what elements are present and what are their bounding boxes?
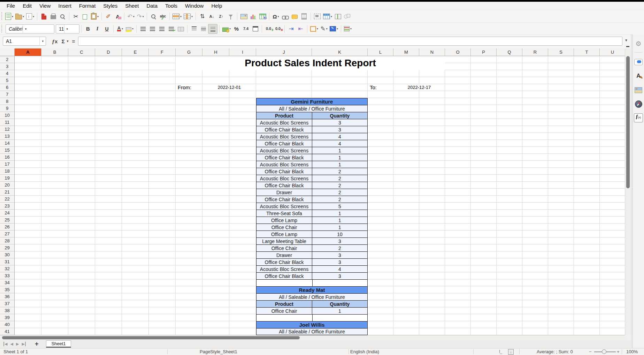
horizontal-scrollbar-thumb[interactable] — [2, 336, 300, 339]
column-header-O[interactable]: O — [445, 48, 471, 56]
italic-button[interactable]: I — [93, 24, 102, 34]
quantity-cell[interactable]: 2 — [312, 245, 367, 251]
border-color-dropdown-arrow[interactable]: ▾ — [337, 27, 338, 30]
sidebar-gallery[interactable] — [634, 85, 643, 95]
row-header-29[interactable]: 29 — [0, 244, 15, 251]
font-size-dropdown-arrow[interactable]: ▾ — [64, 25, 70, 33]
column-header-B[interactable]: B — [41, 48, 68, 56]
border-style-button[interactable]: ✎▾ — [319, 24, 329, 34]
row-header-9[interactable]: 9 — [0, 105, 15, 112]
menu-window[interactable]: Window — [181, 3, 207, 9]
autofilter-button[interactable] — [226, 12, 235, 21]
product-cell[interactable]: Acoustic Bloc Screens — [256, 175, 312, 182]
previous-sheet-button[interactable]: ◀ — [10, 342, 13, 346]
export-pdf-button[interactable] — [39, 12, 48, 21]
toolbar-drag-handle[interactable] — [1, 12, 3, 21]
quantity-cell[interactable]: 2 — [312, 182, 367, 189]
vertical-split-handle[interactable] — [626, 46, 629, 47]
align-bottom-button[interactable] — [208, 24, 217, 34]
row-header-33[interactable]: 33 — [0, 272, 15, 279]
quantity-cell[interactable]: 2 — [312, 196, 367, 203]
row-header-40[interactable]: 40 — [0, 321, 15, 328]
percent-format-button[interactable]: % — [232, 24, 241, 34]
next-sheet-button[interactable]: ▶ — [16, 342, 19, 346]
product-cell[interactable]: Office Chair Black — [256, 140, 312, 147]
sidebar-navigator[interactable] — [634, 99, 643, 108]
column-header-product[interactable]: Product — [256, 112, 312, 119]
row-header-8[interactable]: 8 — [0, 98, 15, 105]
row-header-18[interactable]: 18 — [0, 168, 15, 175]
quantity-cell[interactable]: 2 — [312, 168, 367, 175]
quantity-cell[interactable]: 1 — [312, 154, 367, 161]
row-header-32[interactable]: 32 — [0, 265, 15, 272]
selection-summary[interactable]: Average: ; Sum: 0 — [537, 349, 573, 354]
zoom-in-button[interactable]: + — [617, 349, 620, 354]
increase-indent-button[interactable]: ⇥ — [286, 24, 296, 34]
cut-button[interactable]: ✂ — [71, 12, 80, 21]
align-right-button[interactable] — [157, 24, 167, 34]
show-draw-functions-button[interactable] — [343, 12, 352, 21]
border-style-dropdown-arrow[interactable]: ▾ — [326, 27, 328, 30]
row-header-36[interactable]: 36 — [0, 293, 15, 300]
decrease-indent-button[interactable]: ⇤ — [296, 24, 305, 34]
open-button[interactable]: ▾ — [14, 12, 25, 21]
pivot-table-button[interactable] — [258, 12, 267, 21]
print-button[interactable] — [48, 12, 58, 21]
select-all-corner[interactable] — [0, 48, 15, 56]
formula-button[interactable]: = — [70, 37, 77, 46]
open-dropdown-arrow[interactable]: ▾ — [23, 15, 24, 18]
cells-area[interactable]: Product Sales Indent ReportFrom:2022-12-… — [15, 56, 625, 335]
expand-formula-bar-arrow[interactable]: ▼ — [624, 38, 628, 42]
row-header-17[interactable]: 17 — [0, 161, 15, 168]
font-name-dropdown-arrow[interactable]: ▾ — [23, 25, 29, 33]
highlight-color-button[interactable]: ▾ — [125, 24, 135, 34]
conditional-formatting-dropdown-arrow[interactable]: ▾ — [350, 27, 352, 30]
sheet-tab[interactable]: Sheet1 — [46, 340, 71, 348]
insert-image-button[interactable] — [239, 12, 248, 21]
column-header-U[interactable]: U — [600, 48, 625, 56]
zoom-level[interactable]: 100% — [626, 349, 638, 354]
column-header-S[interactable]: S — [548, 48, 574, 56]
column-header-E[interactable]: E — [122, 48, 149, 56]
row-header-22[interactable]: 22 — [0, 196, 15, 203]
new-document-button[interactable]: ▾ — [4, 12, 14, 21]
row-header-11[interactable]: 11 — [0, 119, 15, 126]
row-header-3[interactable]: 3 — [0, 63, 15, 70]
product-cell[interactable]: Office Chair Black — [256, 273, 312, 279]
align-top-button[interactable] — [189, 24, 199, 34]
last-sheet-button[interactable]: ▶ — [22, 342, 25, 346]
quantity-cell[interactable]: 1 — [312, 308, 367, 314]
product-cell[interactable]: Office Chair Black — [256, 168, 312, 175]
insert-hyperlink-button[interactable] — [281, 12, 290, 21]
font-size-combo[interactable]: 11▾ — [56, 24, 79, 33]
merge-cells-button[interactable] — [176, 24, 185, 34]
borders-button[interactable]: ▾ — [309, 24, 319, 34]
formula-input[interactable] — [78, 37, 622, 46]
product-cell[interactable]: Acoustic Bloc Screens — [256, 119, 312, 126]
align-center-button[interactable] — [148, 24, 157, 34]
menu-data[interactable]: Data — [143, 3, 161, 9]
product-cell[interactable]: Office Chair Black — [256, 259, 312, 265]
row-header-35[interactable]: 35 — [0, 286, 15, 293]
headers-footers-button[interactable] — [299, 12, 309, 21]
split-window-button[interactable] — [333, 12, 343, 21]
horizontal-scrollbar[interactable] — [0, 335, 625, 340]
delete-decimal-button[interactable]: 0.0 — [273, 24, 283, 34]
redo-dropdown-arrow[interactable]: ▾ — [143, 15, 144, 18]
column-header-R[interactable]: R — [522, 48, 548, 56]
column-header-A[interactable]: A — [15, 48, 41, 56]
insert-rows-dropdown-arrow[interactable]: ▾ — [180, 15, 182, 18]
section-subtitle[interactable]: All / Saleable / Office Furniture — [256, 105, 368, 112]
vertical-scrollbar[interactable] — [625, 48, 631, 335]
row-header-7[interactable]: 7 — [0, 91, 15, 98]
column-header-T[interactable]: T — [574, 48, 600, 56]
border-color-button[interactable]: ▾ — [329, 24, 339, 34]
undo-button[interactable]: ↶▾ — [126, 12, 136, 21]
column-header-M[interactable]: M — [393, 48, 419, 56]
zoom-slider-thumb[interactable] — [602, 349, 606, 354]
add-sheet-button[interactable]: + — [35, 340, 39, 348]
quantity-cell[interactable]: 1 — [312, 217, 367, 224]
section-subtitle[interactable]: All / Saleable / Office Furniture — [256, 293, 368, 300]
row-header-28[interactable]: 28 — [0, 237, 15, 244]
print-area-button[interactable] — [313, 12, 322, 21]
